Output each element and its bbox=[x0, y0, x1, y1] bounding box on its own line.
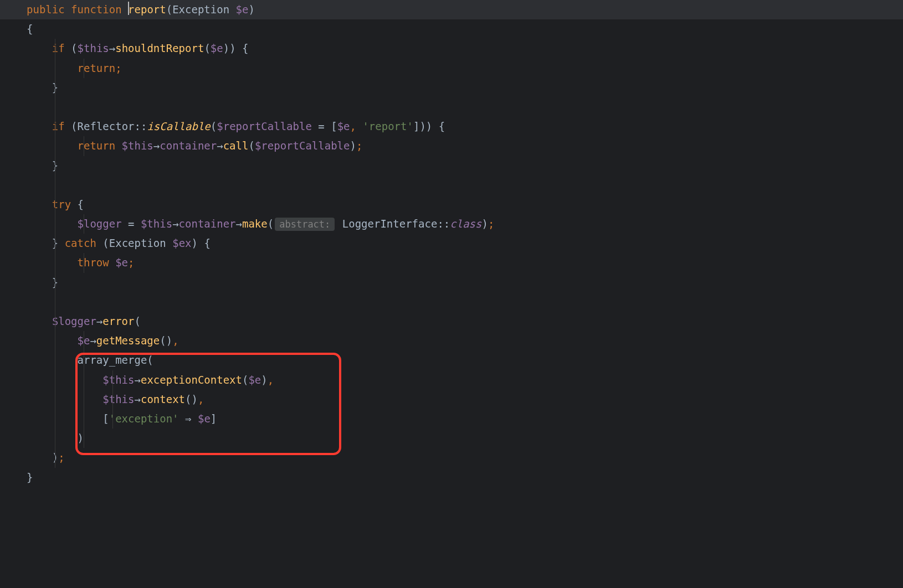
code-line[interactable] bbox=[0, 97, 903, 117]
var-e: $e bbox=[198, 412, 211, 425]
code-line[interactable]: { bbox=[0, 19, 903, 39]
function-name: report bbox=[128, 3, 166, 16]
property: container bbox=[179, 218, 236, 230]
keyword-if: if bbox=[52, 120, 65, 132]
type-name: Exception bbox=[109, 237, 166, 249]
keyword-if: if bbox=[52, 42, 65, 54]
code-line[interactable]: public function report(Exception $e) bbox=[0, 0, 903, 19]
const-class: class bbox=[450, 218, 481, 230]
code-line[interactable]: } catch (Exception $ex) { bbox=[0, 234, 903, 253]
var-this: $this bbox=[122, 140, 153, 152]
code-line[interactable]: $logger→error( bbox=[0, 312, 903, 331]
code-line[interactable]: ); bbox=[0, 448, 903, 467]
var-e: $e bbox=[337, 120, 350, 132]
method-name: isCallable bbox=[147, 120, 210, 132]
var-this: $this bbox=[141, 218, 172, 230]
method-name: shouldntReport bbox=[115, 42, 204, 54]
param-type: Exception bbox=[172, 3, 229, 16]
method-name: make bbox=[242, 218, 268, 230]
code-editor[interactable]: public function report(Exception $e) { i… bbox=[0, 0, 903, 487]
var-e: $e bbox=[248, 374, 261, 386]
keyword-throw: throw bbox=[78, 256, 109, 269]
class-name: Reflector bbox=[78, 120, 135, 132]
function-name: array_merge bbox=[78, 354, 147, 366]
code-line[interactable]: $this→exceptionContext($e), bbox=[0, 370, 903, 390]
var-e: $e bbox=[115, 256, 128, 269]
method-name: context bbox=[141, 393, 185, 405]
code-line[interactable]: } bbox=[0, 273, 903, 292]
method-name: error bbox=[102, 315, 134, 327]
keyword-public: public bbox=[27, 3, 65, 16]
code-line[interactable]: } bbox=[0, 156, 903, 176]
code-line[interactable]: $e→getMessage(), bbox=[0, 331, 903, 350]
keyword-return: return bbox=[78, 140, 116, 152]
code-line[interactable]: try { bbox=[0, 195, 903, 214]
string-literal: 'report' bbox=[362, 120, 413, 132]
keyword-catch: catch bbox=[65, 237, 96, 249]
var-e: $e bbox=[211, 42, 223, 54]
double-arrow: ⇒ bbox=[185, 412, 191, 425]
code-line[interactable]: array_merge( bbox=[0, 350, 903, 370]
var-logger: $logger bbox=[52, 315, 96, 327]
code-line[interactable]: throw $e; bbox=[0, 253, 903, 272]
var-reportcallable: $reportCallable bbox=[255, 140, 350, 152]
code-line[interactable] bbox=[0, 176, 903, 195]
keyword-function: function bbox=[71, 3, 122, 16]
method-name: getMessage bbox=[96, 334, 160, 347]
var-this: $this bbox=[78, 42, 109, 54]
code-line[interactable]: $this→context(), bbox=[0, 390, 903, 409]
var-this: $this bbox=[102, 374, 134, 386]
code-line[interactable]: } bbox=[0, 78, 903, 97]
keyword-return: return bbox=[78, 62, 116, 74]
method-name: exceptionContext bbox=[141, 374, 242, 386]
code-line[interactable]: } bbox=[0, 468, 903, 487]
code-line[interactable]: ) bbox=[0, 429, 903, 448]
var-ex: $ex bbox=[172, 237, 191, 249]
parameter-hint: abstract: bbox=[275, 218, 335, 231]
property: container bbox=[160, 140, 217, 152]
code-line[interactable]: return $this→container→call($reportCalla… bbox=[0, 136, 903, 156]
var-reportcallable: $reportCallable bbox=[217, 120, 312, 132]
brace: { bbox=[27, 23, 33, 35]
code-line[interactable]: ['exception' ⇒ $e] bbox=[0, 409, 903, 429]
param-var: $e bbox=[236, 3, 249, 16]
code-line[interactable]: if (Reflector::isCallable($reportCallabl… bbox=[0, 117, 903, 136]
code-line[interactable]: return; bbox=[0, 59, 903, 78]
code-line[interactable] bbox=[0, 292, 903, 312]
var-this: $this bbox=[102, 393, 134, 405]
code-line[interactable]: if ($this→shouldntReport($e)) { bbox=[0, 39, 903, 58]
string-literal: 'exception' bbox=[109, 412, 179, 425]
code-line[interactable]: $logger = $this→container→make(abstract:… bbox=[0, 214, 903, 234]
method-name: call bbox=[223, 140, 249, 152]
class-name: LoggerInterface bbox=[342, 218, 438, 230]
